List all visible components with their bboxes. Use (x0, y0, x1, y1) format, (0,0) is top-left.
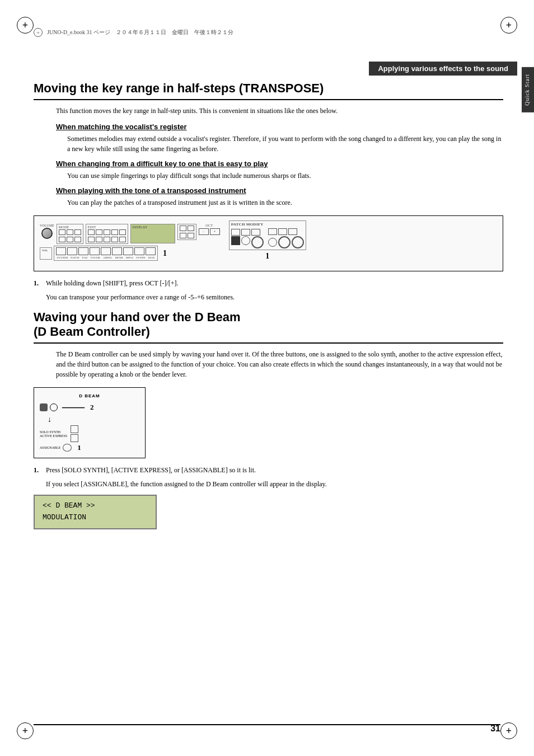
section2-step1-number: 1. (34, 466, 43, 475)
active-label: ACTIVE EXPRESS (40, 434, 67, 438)
corner-mark-tl (17, 17, 34, 34)
header: + JUNO-D_e.book 31 ページ ２０４年６月１１日 金曜日 午後１… (34, 28, 500, 37)
sys-btn-5 (101, 247, 111, 255)
edit-btn-9 (111, 237, 118, 242)
sub-heading-1: When matching the vocalist's register (56, 123, 503, 131)
sys-btn-3 (78, 247, 88, 255)
sys-btn-7 (123, 247, 133, 255)
page-number: 31 (490, 724, 500, 734)
mode-btn-4 (59, 237, 65, 242)
nav-btn-2 (188, 226, 194, 231)
dbeam-sensor-row: —— 2 (40, 401, 139, 414)
edit-btn-4 (111, 229, 118, 235)
keyboard-diagram: VOLUME MODE (34, 215, 503, 271)
section2-step1-sub: If you select [ASSIGNABLE], the function… (46, 479, 503, 489)
system-btns: SYSTEMPATCHPADVOCDRARPEGMFXBMPASSYNTHMAN (54, 246, 158, 261)
main-content: Moving the key range in half-steps (TRAN… (34, 81, 503, 535)
dbeam-arrow-icon: —— (62, 401, 85, 414)
solo-synth-btn[interactable] (71, 425, 78, 433)
pm-round-3 (268, 238, 277, 247)
display-screen: << D BEAM >> MODULATION (34, 495, 157, 529)
section1-intro: This function moves the key range in hal… (56, 106, 503, 116)
section-header-title: Applying various effects to the sound (369, 62, 517, 76)
mode-block: MODE (57, 224, 83, 244)
section2-step1: 1. Press [SOLO SYNTH], [ACTIVE EXPRESS],… (34, 466, 503, 475)
display-line2: MODULATION (43, 512, 148, 524)
pm-btn-3 (251, 229, 260, 236)
step1-sub: You can transpose your performance over … (46, 292, 503, 302)
sys-btn-6 (112, 247, 122, 255)
dbeam-down-arrow-icon: ↓ (48, 415, 139, 424)
step1-text: While holding down [SHIFT], press OCT [-… (46, 279, 503, 288)
oct-minus-btn[interactable]: - (199, 228, 209, 235)
dbeam-sensor-icon (50, 403, 58, 411)
corner-mark-tr (500, 17, 517, 34)
pm-round-5 (292, 236, 304, 248)
mode-btn-2 (67, 229, 73, 235)
pm-btn-5 (278, 228, 287, 235)
dbeam-diagram: D BEAM —— 2 ↓ SOLO SYNTH ACTIVE EXPRESS … (34, 387, 146, 458)
nav-btn-1 (180, 226, 186, 231)
dbeam-title: D BEAM (40, 393, 139, 398)
sub-heading-2: When changing from a difficult key to on… (56, 159, 503, 168)
assignable-label: ASSIGNABLE (40, 446, 60, 449)
section2-title: Waving your hand over the D Beam(D Beam … (34, 310, 503, 344)
sub-para-3: You can play the patches of a transposed… (67, 198, 503, 208)
bottom-rule (34, 724, 500, 725)
edit-btn-6 (88, 237, 95, 242)
assignable-btn[interactable] (63, 444, 72, 452)
oct-plus-btn[interactable]: + (210, 228, 220, 235)
pm-round-4 (278, 236, 291, 248)
edit-btn-10 (119, 237, 126, 242)
mode-btn-3 (74, 229, 81, 235)
sub-heading-3: When playing with the tone of a transpos… (56, 186, 503, 195)
solo-label: SOLO SYNTH (40, 430, 67, 434)
pm-round-2 (251, 236, 264, 248)
bottom-left-btn: VOL (40, 247, 52, 260)
step1-number: 1. (34, 279, 43, 288)
section2-title-text: Waving your hand over the D Beam(D Beam … (34, 310, 241, 339)
corner-mark-br (500, 722, 517, 739)
section1-step1: 1. While holding down [SHIFT], press OCT… (34, 279, 503, 288)
sys-btn-2 (67, 247, 77, 255)
nav-btn-4 (188, 233, 194, 238)
section1-title: Moving the key range in half-steps (TRAN… (34, 81, 503, 100)
diagram-label-1-left: 1 (163, 249, 167, 258)
edit-block: EDIT (86, 224, 128, 244)
patch-modify-block: PATCH MODIFY (229, 220, 306, 250)
sys-btn-9 (146, 247, 156, 255)
pm-btn-1 (231, 229, 240, 236)
active-express-btn[interactable] (71, 434, 78, 442)
pm-btn-6 (288, 228, 297, 235)
dbeam-number-1: 1 (77, 443, 81, 452)
pm-round-1 (241, 236, 250, 245)
nav-block (177, 224, 196, 240)
edit-btn-8 (104, 237, 110, 242)
pm-fill-btn (231, 236, 240, 245)
dbeam-number-2: 2 (90, 403, 94, 412)
display-line1: << D BEAM >> (43, 500, 148, 512)
header-file-info: JUNO-D_e.book 31 ページ ２０４年６月１１日 金曜日 午後１時２… (47, 29, 233, 36)
section2-step1-text: Press [SOLO SYNTH], [ACTIVE EXPRESS], or… (46, 466, 503, 475)
edit-btn-3 (104, 229, 110, 235)
section2-intro: The D Beam controller can be used simply… (56, 349, 503, 379)
edit-btn-7 (96, 237, 102, 242)
edit-btn-1 (88, 229, 95, 235)
edit-btn-5 (119, 229, 126, 235)
corner-mark-bl (17, 722, 34, 739)
dbeam-sensor-fill-icon (40, 403, 48, 411)
sys-btn-1 (56, 247, 66, 255)
sys-btn-8 (134, 247, 144, 255)
sub-para-2: You can use simple fingerings to play di… (67, 171, 503, 181)
edit-btn-2 (96, 229, 102, 235)
section-header-bar: Applying various effects to the sound (34, 62, 517, 76)
mode-btn-1 (59, 229, 65, 235)
volume-dial-icon (41, 228, 53, 239)
pm-btn-4 (268, 228, 277, 235)
sidebar-tab: Quick Start (522, 67, 534, 112)
pm-btn-2 (241, 229, 250, 236)
mode-btn-5 (67, 237, 73, 242)
display-block: DISPLAY (130, 224, 175, 243)
nav-btn-3 (180, 233, 186, 238)
mode-btn-6 (74, 237, 81, 242)
